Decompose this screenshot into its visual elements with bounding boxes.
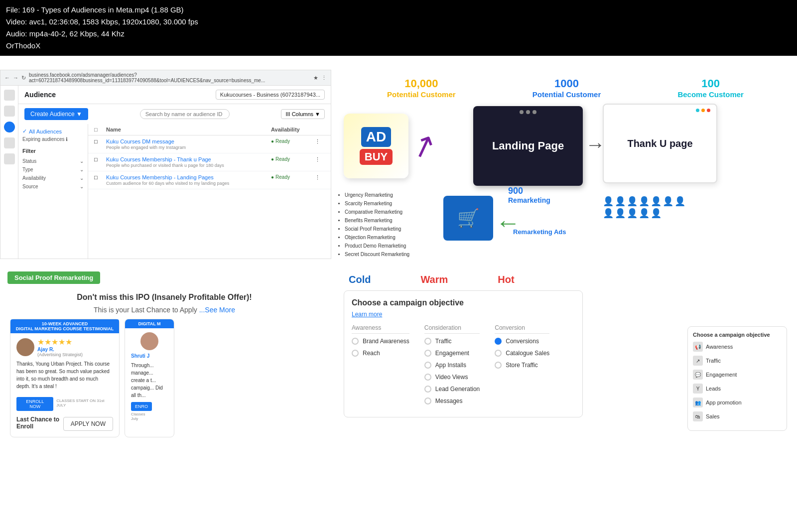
small-item-app-promotion[interactable]: 👥 App promotion: [693, 398, 782, 407]
small-item-engagement[interactable]: 💬 Engagement: [693, 370, 782, 380]
radio-store-traffic[interactable]: [495, 362, 502, 369]
audience-name[interactable]: Kuku Courses DM message: [106, 138, 267, 144]
audience-name[interactable]: Kuku Courses Membership - Thank u Page: [106, 156, 267, 162]
forward-icon[interactable]: →: [13, 75, 18, 81]
small-item-traffic[interactable]: ↗ Traffic: [693, 356, 782, 366]
row-checkbox[interactable]: □: [94, 138, 102, 144]
see-more-link[interactable]: ...See More: [199, 306, 235, 314]
campaign-item-traffic[interactable]: Traffic: [424, 338, 480, 345]
radio-catalogue-sales[interactable]: [495, 350, 502, 357]
filter-source[interactable]: Source⌄: [22, 182, 84, 191]
notification-icon[interactable]: [4, 137, 15, 148]
enroll-btn-2[interactable]: ENRO: [131, 402, 152, 411]
small-item-leads[interactable]: Y Leads: [693, 384, 782, 394]
funnel-label-3: Become Customer: [677, 90, 744, 99]
home-icon[interactable]: [4, 90, 15, 101]
dot-2: [526, 110, 530, 114]
small-item-sales[interactable]: 🛍 Sales: [693, 411, 782, 421]
campaign-item-store-traffic[interactable]: Store Traffic: [495, 362, 549, 369]
radio-reach[interactable]: [352, 350, 359, 357]
funnel-number-3: 100: [677, 77, 744, 90]
cold-warm-hot-labels: Cold Warm Hot: [334, 266, 797, 288]
remarketing-number: 900: [508, 186, 550, 196]
table-row[interactable]: □ Kuku Courses Membership - Thank u Page…: [88, 153, 331, 171]
profile-icon[interactable]: [4, 122, 15, 133]
funnel-header: 10,000 Potential Customer 1000 Potential…: [334, 70, 797, 104]
people-icons: 👤 👤 👤 👤 👤 👤 👤 👤 👤 👤 👤 👤: [603, 196, 692, 219]
table-row[interactable]: □ Kuku Courses DM message People who eng…: [88, 135, 331, 153]
star-icon[interactable]: ★: [313, 75, 318, 81]
radio-video-views[interactable]: [424, 374, 431, 381]
audience-name[interactable]: Kuku Courses Membership - Landing Pages: [106, 174, 267, 180]
menu-icon[interactable]: [4, 106, 15, 117]
business-dropdown[interactable]: Kukucourses - Business (60723187943...: [216, 90, 325, 100]
campaign-item-video-views[interactable]: Video Views: [424, 374, 480, 381]
thanku-dots: [696, 109, 710, 112]
person-icon: 👤: [651, 208, 662, 219]
radio-lead-generation[interactable]: [424, 386, 431, 393]
small-item-awareness[interactable]: 📢 Awareness: [693, 342, 782, 352]
radio-engagement[interactable]: [424, 350, 431, 357]
reload-icon[interactable]: ↻: [21, 75, 26, 81]
person-icon: 👤: [615, 208, 626, 219]
campaign-item-conversions[interactable]: Conversions: [495, 338, 549, 345]
arrow-to-landing: ↗: [406, 126, 441, 167]
row-checkbox[interactable]: □: [94, 174, 102, 180]
testimonial-card-1: 10-WEEK ADVANCED DIGITAL MARKETING COURS…: [10, 319, 120, 437]
radio-app-installs[interactable]: [424, 362, 431, 369]
radio-messages[interactable]: [424, 398, 431, 404]
url-text[interactable]: business.facebook.com/adsmanager/audienc…: [29, 72, 310, 83]
campaign-item-reach[interactable]: Reach: [352, 350, 409, 357]
testimonials-row: 10-WEEK ADVANCED DIGITAL MARKETING COURS…: [0, 319, 329, 437]
fb-content: Audience Kukucourses - Business (6072318…: [18, 86, 331, 259]
search-input[interactable]: [140, 109, 230, 119]
bullet-item: Scarcity Remarketing: [345, 199, 409, 208]
expiring-audiences[interactable]: Expiring audiences ℹ: [22, 136, 84, 142]
create-audience-button[interactable]: Create Audience ▼: [24, 108, 88, 120]
table-row[interactable]: □ Kuku Courses Membership - Landing Page…: [88, 171, 331, 189]
columns-button[interactable]: III Columns ▼: [281, 109, 325, 119]
back-icon[interactable]: ←: [4, 75, 10, 81]
campaign-item-catalogue-sales[interactable]: Catalogue Sales: [495, 350, 549, 357]
funnel-col-1: 10,000 Potential Customer: [387, 77, 456, 99]
dot-teal: [696, 109, 699, 112]
radio-brand-awareness[interactable]: [352, 338, 359, 345]
filter-availability[interactable]: Availability⌄: [22, 174, 84, 182]
all-audiences-link[interactable]: ✓ All Audiences: [22, 128, 84, 134]
funnel-col-2: 1000 Potential Customer: [532, 77, 601, 99]
filter-type[interactable]: Type⌄: [22, 165, 84, 174]
campaign-item-app-installs[interactable]: App Installs: [424, 362, 480, 369]
bullet-item: Comparative Remarketing: [345, 208, 409, 216]
testimonial-header-2: DIGITAL M: [125, 319, 174, 328]
cold-label: Cold: [349, 274, 371, 285]
cart-area: 🛒: [443, 196, 493, 241]
campaign-item-engagement[interactable]: Engagement: [424, 350, 480, 357]
file-info-line2: Video: avc1, 02:36:08, 1583 Kbps, 1920x1…: [6, 16, 791, 28]
row-checkbox[interactable]: □: [94, 156, 102, 162]
campaign-item-lead-generation[interactable]: Lead Generation: [424, 386, 480, 393]
fb-main-content: Audience Kukucourses - Business (6072318…: [0, 86, 331, 259]
facebook-panel: ← → ↻ business.facebook.com/adsmanager/a…: [0, 70, 331, 259]
checkbox-header[interactable]: □: [94, 127, 102, 133]
radio-conversions[interactable]: [495, 338, 502, 345]
app-promo-icon: 👥: [693, 398, 703, 407]
dot-1: [520, 110, 524, 114]
campaign-item-brand-awareness[interactable]: Brand Awareness: [352, 338, 409, 345]
more-options-icon[interactable]: ⋮: [315, 156, 325, 163]
more-options-icon[interactable]: ⋮: [315, 138, 325, 145]
bullet-item: Social Proof Remarketing: [345, 225, 409, 233]
radio-traffic[interactable]: [424, 338, 431, 345]
availability-badge: ●Ready: [271, 138, 311, 144]
learn-more-link[interactable]: Learn more: [352, 311, 382, 318]
bullet-item: Secret Discount Remarketing: [345, 250, 409, 259]
apply-btn[interactable]: APPLY NOW: [63, 417, 113, 431]
classes-text: CLASSES START ON 31st JULY: [56, 399, 113, 407]
more-icon[interactable]: ⋮: [321, 75, 327, 81]
campaign-item-messages[interactable]: Messages: [424, 398, 480, 404]
filter-status[interactable]: Status⌄: [22, 157, 84, 165]
more-options-icon[interactable]: ⋮: [315, 174, 325, 181]
friend-icon[interactable]: [4, 153, 15, 164]
row-name-col: Kuku Courses Membership - Landing Pages …: [106, 174, 267, 186]
promo-header: Don't miss this IPO (Insanely Profitable…: [0, 289, 329, 306]
enroll-btn[interactable]: ENROLL NOW: [16, 397, 53, 411]
